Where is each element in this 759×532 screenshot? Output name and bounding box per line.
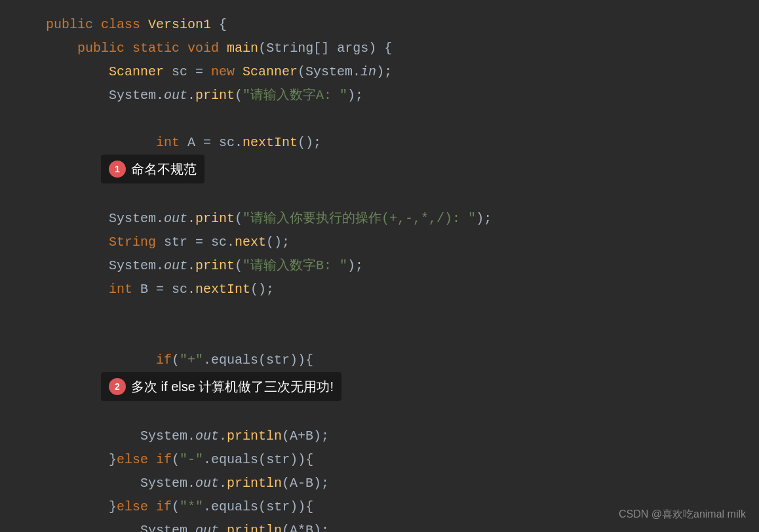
tooltip-2: 2 多次 if else 计算机做了三次无用功! [101,372,341,401]
tooltip-1: 1 命名不规范 [101,155,204,183]
tooltip-1-text: 命名不规范 [131,157,197,181]
line-content-3: Scanner sc = new Scanner(System.in); [46,60,759,84]
code-line-empty-2 [13,313,759,325]
code-line-11: System.out.println(A+B); [13,425,759,448]
code-line-7: String str = sc.next(); [13,231,759,254]
code-line-3: Scanner sc = new Scanner(System.in); [13,60,759,84]
line-content-5: int A = sc.nextInt(); 1 命名不规范 [46,107,759,207]
line-content-8: System.out.print("请输入数字B: "); [46,254,759,278]
badge-1: 1 [109,161,126,178]
code-line-2: public static void main(String[] args) { [13,37,759,60]
code-line-1: public class Version1 { [13,13,759,37]
tooltip-2-text: 多次 if else 计算机做了三次无用功! [131,375,334,398]
code-line-empty-1 [13,301,759,313]
line-content-10: if("+".equals(str)){ 2 多次 if else 计算机做了三… [46,325,759,425]
code-line-13: System.out.println(A-B); [13,472,759,495]
code-line-8: System.out.print("请输入数字B: "); [13,254,759,278]
code-line-10: if("+".equals(str)){ 2 多次 if else 计算机做了三… [13,325,759,425]
line-content-4: System.out.print("请输入数字A: "); [46,84,759,107]
code-line-12: }else if("-".equals(str)){ [13,448,759,472]
code-line-4: System.out.print("请输入数字A: "); [13,84,759,107]
line-content-9: int B = sc.nextInt(); [46,278,759,301]
line-content-7: String str = sc.next(); [46,231,759,254]
code-line-6: System.out.print("请输入你要执行的操作(+,-,*,/): "… [13,207,759,231]
line-content-12: }else if("-".equals(str)){ [46,448,759,472]
badge-2: 2 [109,378,126,395]
line-content-2: public static void main(String[] args) { [46,37,759,60]
watermark: CSDN @喜欢吃animal milk [619,508,746,522]
line-content-13: System.out.println(A-B); [46,472,759,495]
code-line-5: int A = sc.nextInt(); 1 命名不规范 [13,107,759,207]
line-content-11: System.out.println(A+B); [46,425,759,448]
code-editor: public class Version1 { public static vo… [0,0,759,532]
line-content-1: public class Version1 { [46,13,759,37]
code-line-9: int B = sc.nextInt(); [13,278,759,301]
line-content-6: System.out.print("请输入你要执行的操作(+,-,*,/): "… [46,207,759,231]
